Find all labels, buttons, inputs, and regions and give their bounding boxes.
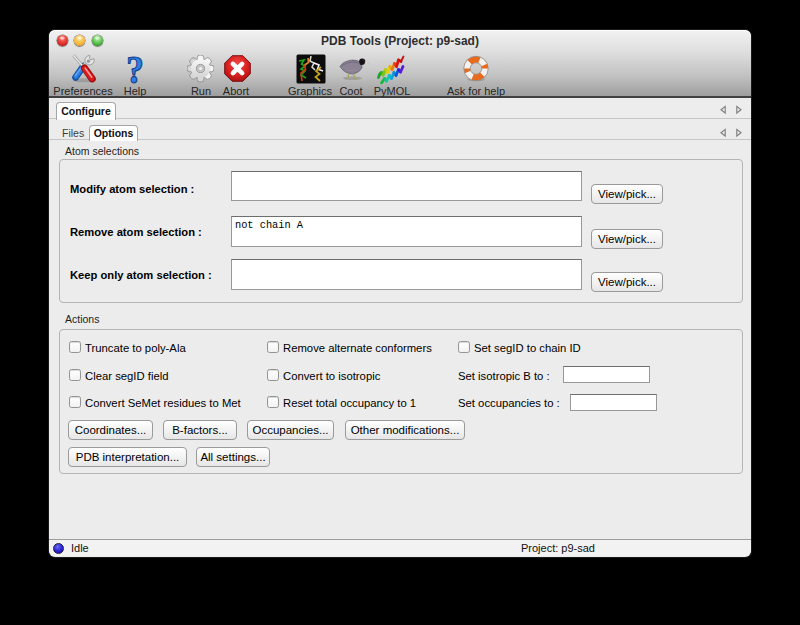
svg-text:?: ? xyxy=(126,52,144,86)
